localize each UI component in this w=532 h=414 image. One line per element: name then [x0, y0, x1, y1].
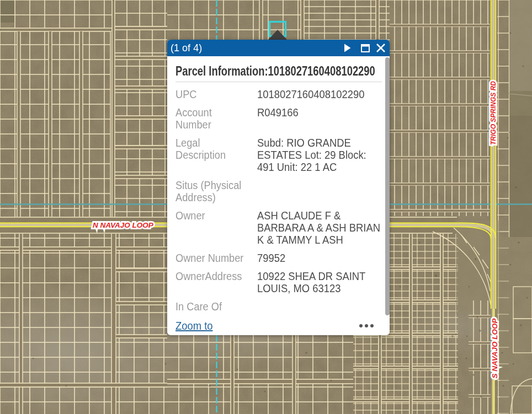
svg-text:S NAVAJO LOOP: S NAVAJO LOOP [491, 318, 499, 378]
svg-text:TRIGO SPRINGS RD: TRIGO SPRINGS RD [490, 81, 497, 145]
svg-text:N NAVAJO LOOP: N NAVAJO LOOP [93, 221, 154, 229]
